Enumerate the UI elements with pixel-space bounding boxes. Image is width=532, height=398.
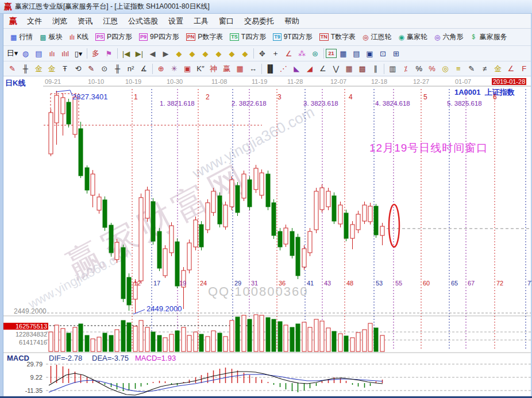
date-tick: 12-18 [371,78,387,85]
menu-item-5[interactable]: 设置 [163,14,188,28]
save-net-icon[interactable]: ⊡ [376,48,390,59]
winner-service-button[interactable]: ＄赢家服务 [467,31,511,43]
flat-lines-icon[interactable]: ≠ [478,63,491,75]
menu-item-4[interactable]: 公式选股 [123,14,163,28]
gold-line-2-icon[interactable]: 金 [491,63,504,75]
quotes-label: 行情 [19,32,33,42]
bars-3-icon[interactable]: ılı [45,48,59,59]
gann-wheel-button[interactable]: ◎江恩轮 [359,31,395,43]
color-flag-icon[interactable]: ⚑ [102,48,115,59]
period-day-icon[interactable]: 日▾ [6,48,19,59]
grid-123-icon[interactable]: ▦ [233,63,246,75]
time-circle-icon[interactable]: ⊙ [98,63,111,75]
toolbar-draw-tools: ✎╫金金Ŧ⟲✎⊙╫n²∡⊕✳▣K″神赢▦↔▐▌⋰◣◢∠⋁▦▩∥▥⁒%%◎≡✎≠金… [3,61,531,76]
gold-circle-icon[interactable]: ◎ [439,63,452,75]
coil-icon[interactable]: ⟲ [71,63,84,75]
diamond-right-icon[interactable]: ◆ [186,48,199,59]
l-red-icon[interactable]: ∠ [504,63,518,75]
kline-button[interactable]: ılıK线 [66,31,92,43]
angle-lines-icon[interactable]: ∠ [316,63,329,75]
ruler-bars-icon[interactable]: ▐▌ [264,63,277,75]
diamond-hrange-icon[interactable]: ◆ [199,48,212,59]
fence-icon[interactable]: ╫ [19,63,32,75]
candle-brush-icon[interactable]: ✎ [465,63,478,75]
title-bar[interactable]: 赢 赢家江恩专业版[赢家服务平台] - [上证指数 SH1A0001-80日K线… [0,0,532,14]
report-icon[interactable]: ▤ [350,48,363,59]
last-page-icon[interactable]: ▶| [133,48,146,59]
red-frame-icon[interactable]: ▣ [181,63,194,75]
percent-icon[interactable]: % [413,63,426,75]
t-number-table-button[interactable]: TNT数字表 [316,31,359,43]
p-square-button[interactable]: PSP四方形 [92,31,136,43]
menu-item-2[interactable]: 资讯 [72,14,98,28]
t-square-button[interactable]: TST四方形 [226,31,269,43]
menu-item-3[interactable]: 江恩 [98,14,123,28]
brush-icon[interactable]: ✎ [6,63,19,75]
parallel-lines-icon[interactable]: ∥ [369,63,382,75]
burst-icon[interactable]: ✳ [168,63,181,75]
vee-lines-icon[interactable]: ⋁ [329,63,342,75]
fence-2-icon[interactable]: ╫ [111,63,124,75]
brush-2-icon[interactable]: ✎ [84,63,98,75]
hand-tool-icon[interactable]: ✥ [256,48,269,59]
zigzag-tool-icon[interactable]: ◍ [19,48,32,59]
first-page-icon[interactable]: |◀ [119,48,133,59]
winner-wheel-button[interactable]: ◉赢家轮 [395,31,431,43]
prev-icon[interactable]: ◀ [146,48,159,59]
crosshair-tool-icon[interactable]: ＋ [269,48,282,59]
quotes-button[interactable]: ▦行情 [7,31,36,43]
ying-mark-icon[interactable]: 赢 [220,63,233,75]
f-fence-icon[interactable]: Ŧ [59,63,72,75]
menu-item-6[interactable]: 工具 [188,14,214,28]
note-list-icon[interactable]: ▤ [32,48,45,59]
gann-wheel-label: 江恩轮 [371,32,392,42]
pct-triangle-icon[interactable]: ⁒ [399,63,413,75]
calculator-icon[interactable]: ▦ [337,48,350,59]
t-square-label: T四方形 [241,32,266,42]
gold-lines-icon[interactable]: ≡ [452,63,465,75]
calendar-icon[interactable]: 21 [326,49,337,58]
candle-style-icon[interactable]: ▯▾ [72,48,85,59]
winner-wheel-label: 赢家轮 [407,32,427,42]
pink-web-tool-icon[interactable]: ⁂ [295,48,309,59]
9t-square-button[interactable]: T99T四方形 [269,31,316,43]
angle-pin-tool-icon[interactable]: ∠ [282,48,295,59]
diamond-left-icon[interactable]: ◆ [172,48,186,59]
grid-box-b-icon[interactable]: ▩ [356,63,369,75]
menu-item-8[interactable]: 交易委托 [239,14,279,28]
hexagon-button[interactable]: ◎六角形 [431,31,467,43]
menu-item-0[interactable]: 文件 [22,14,47,28]
k-mark-icon[interactable]: K″ [194,63,207,75]
save-icon[interactable]: ▣ [363,48,376,59]
winner-service-icon: ＄ [471,32,477,42]
duo-tool-icon[interactable]: 多 [89,48,102,59]
n-squared-icon[interactable]: n² [124,63,137,75]
bars-9-icon[interactable]: ılıl [59,48,72,59]
sectors-button[interactable]: ▩板块 [36,31,65,43]
target-red-icon[interactable]: ⊕ [155,63,168,75]
diamond-vrange-icon[interactable]: ◆ [238,48,252,59]
angle-flag-icon[interactable]: ∡ [137,63,151,75]
gann-bars-icon[interactable]: ▥ [386,63,399,75]
teal-web-tool-icon[interactable]: ⊛ [309,48,322,59]
diamond-cross-icon[interactable]: ◆ [225,48,238,59]
fan-red-icon[interactable]: ⋰ [277,63,290,75]
gold-fence-1-icon[interactable]: 金 [32,63,45,75]
trade-cart-icon[interactable]: ⊞ [390,48,403,59]
diamond-expand-icon[interactable]: ◆ [212,48,225,59]
shen-fence-icon[interactable]: 神 [207,63,220,75]
9p-square-button[interactable]: P99P四方形 [136,31,183,43]
f-red-icon[interactable]: F [518,63,531,75]
next-icon[interactable]: ▶ [159,48,172,59]
grid-box-a-icon[interactable]: ▦ [342,63,356,75]
menu-item-7[interactable]: 窗口 [214,14,239,28]
fan-purple-box-icon[interactable]: ◣ [290,63,303,75]
fan-red-box-icon[interactable]: ◢ [303,63,317,75]
gold-fence-2-icon[interactable]: 金 [45,63,59,75]
pct-line-icon[interactable]: % [426,63,439,75]
menu-item-1[interactable]: 浏览 [47,14,72,28]
width-tool-icon[interactable]: ↔ [246,63,260,75]
toolbar-view-tools: 日▾◍▤ılıılıl▯▾多⚑|◀▶|◀▶◆◆◆◆◆◆✥＋∠⁂⊛21▦▤▣⊡⊞ [3,46,531,61]
p-number-table-button[interactable]: PNP数字表 [183,31,227,43]
menu-item-9[interactable]: 帮助 [279,14,304,28]
